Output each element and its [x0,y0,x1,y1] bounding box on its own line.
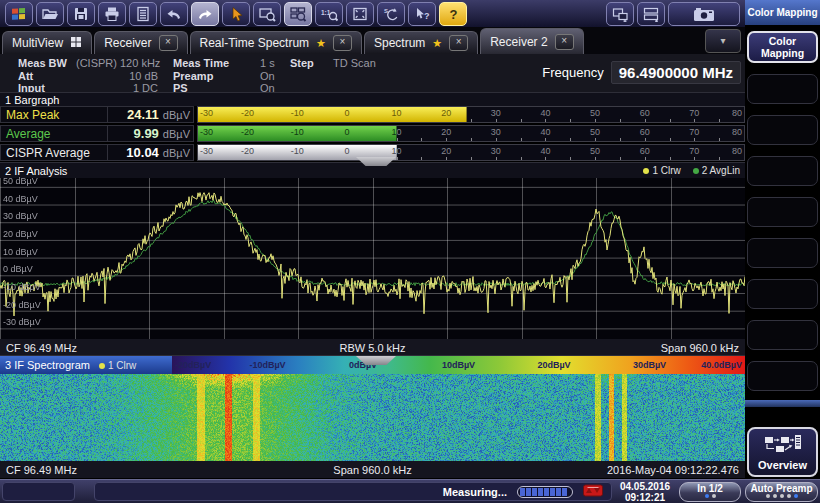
cispr-average-unit: dBµV [163,147,190,159]
zoom-display-icon[interactable] [253,2,281,26]
tab-multiview[interactable]: MultiView [2,31,92,54]
softkey-empty[interactable] [747,115,818,145]
input-selector-dots [680,494,740,498]
if-analysis-plot-canvas[interactable] [0,178,745,339]
settings-column-2: Meas Time1 s PreampOn PSOn [173,57,275,95]
spectrogram-span-annotation: Span 960.0 kHz [333,464,411,476]
progress-segment [550,488,555,496]
bar-tick-mark [694,157,695,160]
softkey-empty[interactable] [747,238,818,268]
select-pointer-icon[interactable] [222,2,250,26]
spectrogram-body[interactable] [0,374,745,461]
color-scale-label: 40.0dBµV [701,360,742,370]
att-value[interactable]: 10 dB [76,70,158,83]
progress-segment [526,488,531,496]
report-icon[interactable] [129,2,157,26]
star-icon: ★ [432,37,442,50]
fullscreen-icon[interactable] [346,2,374,26]
bar-scale-tick: 70 [689,108,699,118]
close-icon[interactable]: × [449,35,468,51]
split-window-icon[interactable] [637,2,665,26]
progress-segment [544,488,549,496]
status-panel-main: Measuring... [94,482,612,501]
input-selector-button[interactable]: In 1/2 [679,482,741,502]
status-dot [766,494,770,498]
color-mapping-softkey[interactable]: Color Mapping [747,31,818,63]
if-analysis-window[interactable]: 2 IF Analysis 1 Clrw 2 AvgLin 50 dBµV40 … [0,162,745,355]
meas-bw-label: Meas BW [18,57,76,70]
if-analysis-plot[interactable]: 50 dBµV40 dBµV30 dBµV20 dBµV10 dBµV0 dBµ… [0,178,745,339]
softkey-empty[interactable] [747,279,818,309]
tab-real-time-spectrum[interactable]: Real-Time Spectrum ★ × [190,31,362,54]
close-icon[interactable]: × [555,34,574,50]
tab-receiver[interactable]: Receiver × [94,31,187,54]
zoom-1to1-icon[interactable]: 1:1 [315,2,343,26]
screenshot-icon[interactable] [668,2,740,26]
bar-tick-mark [620,157,621,160]
progress-segment [562,488,567,496]
step-value[interactable]: TD Scan [333,57,376,69]
softkey-empty[interactable] [747,197,818,227]
bargraph-window[interactable]: 1 Bargraph Max Peak 24.11dBµV -30-20-100… [0,92,745,162]
max-peak-meter: -30-20-1001020304050607080-30-20-1001020… [197,106,745,123]
cf-annotation: CF 96.49 MHz [6,342,77,354]
auto-preamp-label: Auto Preamp [746,483,817,494]
spectrogram-footer: CF 96.49 MHz Span 960.0 kHz 2016-May-04 … [0,461,745,478]
frequency-value[interactable]: 96.4900000 MHz [611,61,741,84]
y-axis-tick-label: 40 dBµV [3,194,38,204]
max-peak-label: Max Peak [6,108,59,122]
bar-tick-mark [471,157,472,160]
spectrogram-timestamp: 2016-May-04 09:12:22.476 [607,464,739,476]
spectrogram-trace-dot-icon [99,363,105,369]
help-select-icon[interactable]: ? [408,2,436,26]
bar-tick-mark [595,138,596,141]
zoom-multiple-icon[interactable] [284,2,312,26]
time-text: 09:12:21 [614,492,676,503]
open-icon[interactable] [36,2,64,26]
tab-receiver-2[interactable]: Receiver 2 × [480,28,583,54]
softkey-empty[interactable] [747,74,818,104]
softkey-sidebar: Color Mapping Color Mapping Overview [745,0,820,479]
color-scale-label: -10dBµV [249,360,285,370]
meas-time-label: Meas Time [173,57,260,70]
meas-time-value[interactable]: 1 s [260,57,275,69]
status-dot [787,494,791,498]
redo-icon[interactable] [191,2,219,26]
help-icon[interactable]: ? [439,2,467,26]
bar-scale-tick: 0 [344,127,349,137]
tab-label: Receiver 2 [490,35,547,49]
softkey-empty[interactable] [747,320,818,350]
undo-icon[interactable] [160,2,188,26]
bar-tick-mark [620,119,621,122]
uncal-warning-icon [583,483,603,501]
color-scale-label: 30dBµV [633,360,666,370]
close-icon[interactable]: × [333,35,352,51]
progress-segment [532,488,537,496]
preamp-value[interactable]: On [260,70,275,82]
spectrogram-window[interactable]: 3 IF Spectrogram 1 Clrw -20dBµV-10dBµV0d… [0,355,745,477]
softkey-empty[interactable] [747,361,818,391]
spectrogram-canvas[interactable] [0,374,745,461]
close-icon[interactable]: × [159,35,178,51]
color-scale-label: -20dBµV [175,360,211,370]
bar-scale-tick: 40 [540,108,550,118]
bar-scale-tick: 40 [540,146,550,156]
progress-segment [556,488,561,496]
bar-tick-mark [496,157,497,160]
bar-scale-tick: -10 [291,127,304,137]
sync-icon[interactable]: S [377,2,405,26]
new-window-icon[interactable] [606,2,634,26]
save-icon[interactable] [67,2,95,26]
meas-bw-value[interactable]: (CISPR) 120 kHz [76,57,158,70]
status-dot [780,494,784,498]
print-icon[interactable] [98,2,126,26]
tab-spectrum[interactable]: Spectrum ★ × [364,31,478,54]
auto-preamp-button[interactable]: Auto Preamp [745,482,818,502]
windows-icon[interactable] [5,2,33,26]
overview-softkey[interactable]: Overview [747,427,818,477]
softkey-empty[interactable] [747,156,818,186]
rbw-annotation: RBW 5.0 kHz [339,342,405,354]
bar-tick-mark [521,119,522,122]
tab-overflow-button[interactable]: ▾ [705,29,741,53]
color-scale-label: 10dBµV [442,360,475,370]
